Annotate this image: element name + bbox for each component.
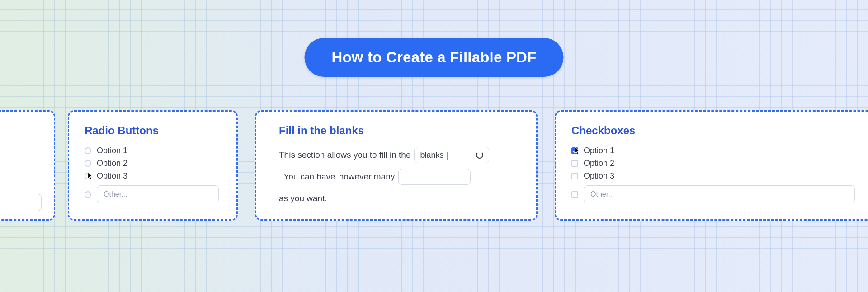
card-checkboxes: Checkboxes Option 1 Option 2 Option 3 Ot… bbox=[555, 110, 868, 221]
checkbox-option-row[interactable]: Option 1 bbox=[571, 146, 859, 155]
checkbox-other-input[interactable]: Other... bbox=[584, 185, 855, 203]
cursor-pointer-icon bbox=[574, 147, 580, 155]
radio-option-other-row[interactable]: Other... bbox=[85, 185, 221, 203]
checkbox-option-label: Option 1 bbox=[584, 146, 614, 155]
cursor-pointer-icon bbox=[87, 172, 94, 180]
page-title-button[interactable]: How to Create a Fillable PDF bbox=[304, 38, 563, 77]
text-caret-icon: | bbox=[444, 151, 448, 160]
card-peek-left bbox=[0, 110, 55, 221]
fill-body: This section allows you to fill in the b… bbox=[279, 146, 514, 207]
peek-input[interactable] bbox=[0, 194, 42, 211]
fill-card-title: Fill in the blanks bbox=[279, 124, 514, 137]
checkbox-option-other-row[interactable]: Other... bbox=[571, 185, 859, 203]
page-title-label: How to Create a Fillable PDF bbox=[331, 49, 536, 66]
radio-icon bbox=[85, 147, 91, 154]
fill-text: . You can have bbox=[279, 168, 335, 186]
checkbox-other-placeholder: Other... bbox=[590, 190, 614, 198]
checkbox-icon bbox=[571, 191, 578, 198]
checkbox-option-label: Option 3 bbox=[584, 171, 614, 181]
checkbox-option-label: Option 2 bbox=[584, 159, 614, 168]
radio-option-label: Option 1 bbox=[97, 146, 127, 155]
fill-input-1[interactable]: blanks | bbox=[414, 147, 489, 163]
radio-icon bbox=[85, 160, 91, 167]
radio-other-input[interactable]: Other... bbox=[97, 185, 219, 203]
loading-spinner-icon bbox=[476, 151, 483, 159]
card-radio-buttons: Radio Buttons Option 1 Option 2 Option 3… bbox=[68, 110, 238, 221]
checkbox-option-row[interactable]: Option 2 bbox=[571, 159, 859, 168]
checkbox-icon bbox=[571, 160, 578, 167]
card-fill-blanks: Fill in the blanks This section allows y… bbox=[255, 110, 538, 221]
radio-other-placeholder: Other... bbox=[104, 190, 127, 198]
radio-option-label: Option 3 bbox=[97, 171, 127, 181]
check-card-title: Checkboxes bbox=[571, 124, 859, 137]
fill-text: however many bbox=[339, 168, 395, 186]
radio-icon bbox=[85, 191, 91, 198]
fill-input-2[interactable] bbox=[398, 169, 471, 185]
fill-input-1-value: blanks bbox=[420, 151, 443, 160]
checkbox-icon bbox=[571, 173, 578, 179]
radio-option-row[interactable]: Option 1 bbox=[85, 146, 221, 155]
radio-option-label: Option 2 bbox=[97, 159, 127, 168]
radio-option-row[interactable]: Option 3 bbox=[85, 171, 221, 181]
radio-option-row[interactable]: Option 2 bbox=[85, 159, 221, 168]
checkbox-option-row[interactable]: Option 3 bbox=[571, 171, 859, 181]
fill-text: as you want. bbox=[279, 189, 327, 207]
fill-text: This section allows you to fill in the bbox=[279, 146, 410, 164]
radio-card-title: Radio Buttons bbox=[85, 124, 221, 137]
